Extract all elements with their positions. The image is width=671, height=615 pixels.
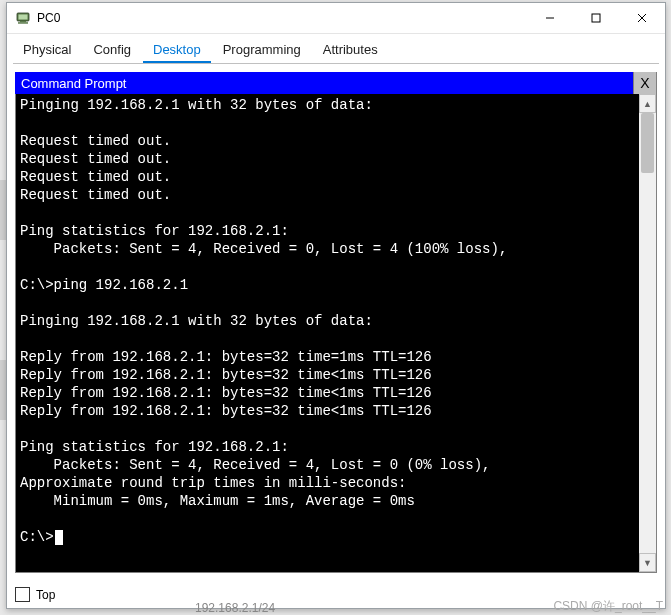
close-x-label: X — [640, 75, 649, 91]
tab-programming[interactable]: Programming — [213, 38, 311, 63]
command-prompt-title: Command Prompt — [21, 76, 633, 91]
terminal-container: Pinging 192.168.2.1 with 32 bytes of dat… — [15, 94, 657, 573]
close-button[interactable] — [619, 3, 665, 33]
titlebar[interactable]: PC0 — [7, 3, 665, 34]
svg-rect-5 — [592, 14, 600, 22]
background-ip-text: 192.168.2.1/24 — [195, 601, 275, 615]
scroll-track[interactable] — [639, 113, 656, 553]
svg-rect-1 — [19, 15, 28, 20]
terminal-output[interactable]: Pinging 192.168.2.1 with 32 bytes of dat… — [16, 94, 639, 572]
pc-icon — [15, 10, 31, 26]
top-checkbox-label[interactable]: Top — [36, 588, 55, 602]
top-checkbox[interactable] — [15, 587, 30, 602]
terminal-scrollbar[interactable]: ▲ ▼ — [639, 94, 656, 572]
scroll-up-button[interactable]: ▲ — [639, 94, 656, 113]
tab-config[interactable]: Config — [83, 38, 141, 63]
command-prompt-close-button[interactable]: X — [633, 72, 657, 95]
app-window: PC0 PhysicalConfigDesktopProgrammingAttr… — [6, 2, 666, 609]
minimize-button[interactable] — [527, 3, 573, 33]
scroll-thumb[interactable] — [641, 113, 654, 173]
svg-rect-2 — [20, 21, 26, 22]
tab-separator — [13, 63, 659, 64]
window-title: PC0 — [37, 11, 527, 25]
scroll-down-button[interactable]: ▼ — [639, 553, 656, 572]
terminal-cursor — [55, 530, 63, 545]
svg-rect-3 — [18, 22, 28, 24]
window-controls — [527, 3, 665, 33]
content-area: Command Prompt X Pinging 192.168.2.1 wit… — [7, 72, 665, 581]
tab-desktop[interactable]: Desktop — [143, 38, 211, 63]
maximize-button[interactable] — [573, 3, 619, 33]
watermark: CSDN @许_root__T — [553, 598, 663, 615]
command-prompt-titlebar[interactable]: Command Prompt X — [15, 72, 657, 94]
tabs-bar: PhysicalConfigDesktopProgrammingAttribut… — [7, 34, 665, 63]
tab-physical[interactable]: Physical — [13, 38, 81, 63]
tab-attributes[interactable]: Attributes — [313, 38, 388, 63]
